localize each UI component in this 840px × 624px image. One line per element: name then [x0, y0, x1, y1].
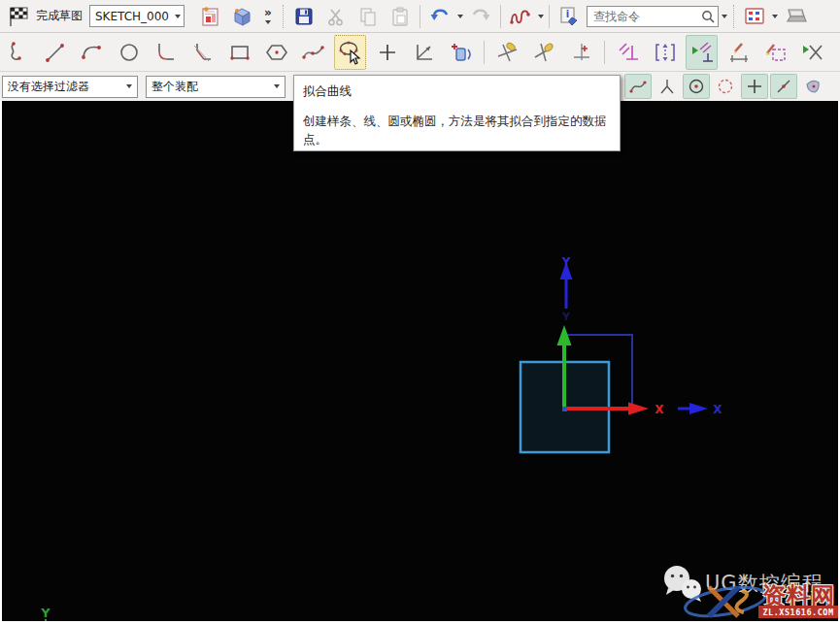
sketch-name-value: SKETCH_000 — [95, 10, 169, 23]
snap-intersection-toggle[interactable] — [741, 74, 768, 99]
circle-tool-button[interactable] — [113, 35, 145, 70]
window-icon — [743, 6, 766, 27]
rapid-dimension-button[interactable] — [686, 35, 718, 70]
paste-icon — [389, 6, 411, 27]
snap-quadrant-icon — [716, 77, 735, 96]
chevron-down-icon — [274, 84, 280, 88]
tooltip-title: 拟合曲线 — [303, 83, 611, 100]
tooltip-body-line2: 点。 — [303, 132, 327, 147]
sketch-sheet-icon — [198, 5, 221, 28]
curve-tool-button[interactable] — [506, 2, 535, 31]
checkered-flag-icon — [7, 6, 30, 27]
separator — [733, 5, 734, 28]
point-tool-button[interactable] — [371, 35, 403, 70]
linear-dimension-button[interactable] — [722, 35, 755, 70]
make-corner-tool-button[interactable] — [565, 35, 597, 70]
quick-trim-tool-button[interactable] — [491, 35, 523, 70]
scissors-icon — [325, 6, 347, 27]
no-inferred-constraints-button[interactable] — [833, 35, 840, 70]
save-icon — [293, 6, 315, 27]
studio-spline-tool-button[interactable] — [297, 35, 329, 70]
window-layout-button[interactable] — [740, 2, 769, 31]
selection-filter-combobox[interactable]: 没有选择过滤器 — [2, 76, 138, 98]
snap-point-group — [624, 74, 840, 99]
inner-y-axis-label: Y — [561, 311, 571, 323]
redo-button[interactable] — [466, 2, 495, 31]
snap-midpoint-toggle[interactable] — [654, 74, 681, 99]
parallel-perpendicular-icon — [616, 40, 641, 65]
project-curve-tool-button[interactable] — [445, 35, 477, 70]
window-dropdown-arrow[interactable] — [772, 15, 778, 18]
rectangle-tool-button[interactable] — [223, 35, 255, 70]
laptop-button[interactable] — [781, 2, 810, 31]
snap-spline-icon — [628, 77, 648, 96]
laptop-icon — [783, 6, 808, 27]
undo-button[interactable] — [425, 2, 454, 31]
separator — [420, 5, 420, 28]
main-toolbar: 完成草图 SKETCH_000 » — [0, 0, 840, 33]
snap-spline-point-toggle[interactable] — [624, 74, 652, 99]
sketch-sheet-button[interactable] — [195, 2, 224, 31]
finish-sketch-button[interactable] — [4, 2, 33, 31]
offset-curve-icon — [412, 40, 437, 65]
offset-curve-tool-button[interactable] — [408, 35, 440, 70]
copy-button[interactable] — [353, 2, 383, 31]
search-dropdown-arrow[interactable] — [722, 15, 727, 18]
profile-tool-button[interactable] — [2, 35, 34, 70]
auto-constraints-button[interactable] — [649, 35, 681, 70]
sketch-x-axis-label: X — [655, 403, 664, 416]
sketch-x-arrowhead — [628, 403, 649, 415]
snap-quadrant-toggle[interactable] — [712, 74, 739, 99]
save-button[interactable] — [289, 2, 319, 31]
snap-center-icon — [687, 77, 706, 96]
line-tool-button[interactable] — [39, 35, 71, 70]
model-cube-button[interactable] — [227, 2, 256, 31]
info-clipboard-icon: i — [557, 5, 581, 28]
cut-button[interactable] — [321, 2, 351, 31]
make-corner-icon — [569, 40, 594, 65]
undo-dropdown-arrow[interactable] — [457, 15, 463, 18]
quick-extend-tool-button[interactable] — [528, 35, 560, 70]
scope-filter-combobox[interactable]: 整个装配 — [146, 76, 286, 98]
linear-dimension-icon — [726, 40, 752, 65]
geometric-constraints-button[interactable] — [612, 35, 644, 70]
fillet-icon — [153, 40, 179, 65]
polygon-tool-button[interactable] — [260, 35, 292, 70]
overflow-chevron: » — [264, 8, 272, 17]
point-icon — [375, 40, 400, 65]
paste-button[interactable] — [386, 2, 415, 31]
snap-midpoint-icon — [657, 77, 677, 96]
project-curve-icon — [449, 40, 474, 65]
chevron-down-icon — [175, 15, 181, 18]
quick-trim-icon — [495, 40, 521, 65]
undo-icon — [428, 6, 452, 27]
arc-tool-button[interactable] — [76, 35, 108, 70]
search-icon — [700, 9, 716, 24]
display-constraints-button[interactable] — [796, 35, 828, 70]
sketch-name-combobox[interactable]: SKETCH_000 — [89, 5, 185, 27]
fit-curve-tool-button[interactable] — [334, 35, 366, 70]
separator — [283, 5, 284, 28]
corner-y-axis-label: Y — [40, 606, 50, 620]
chevron-down-icon — [126, 84, 132, 88]
arc-icon — [80, 40, 105, 65]
rapid-dimension-icon — [689, 40, 715, 65]
datum-y-axis-label: Y — [561, 255, 571, 269]
fit-curve-icon — [337, 39, 364, 66]
sketch-geometry: Y Y X X Y — [2, 101, 838, 621]
scope-filter-value: 整个装配 — [151, 79, 198, 95]
curve-dropdown-arrow[interactable] — [538, 15, 544, 18]
command-finder-input[interactable] — [587, 6, 719, 27]
info-palette-button[interactable]: i — [554, 2, 584, 31]
snap-center-toggle[interactable] — [683, 74, 710, 99]
origin-point[interactable] — [562, 407, 567, 411]
snap-point-on-curve-toggle[interactable] — [770, 74, 797, 99]
chamfer-tool-button[interactable] — [186, 35, 218, 70]
toolbar-overflow-button[interactable]: » — [259, 8, 277, 24]
chamfer-icon — [190, 40, 216, 65]
pattern-dimension-button[interactable] — [759, 35, 791, 70]
snap-face-toggle[interactable] — [799, 74, 826, 99]
graphics-window[interactable]: Y Y X X Y UG数控编程 — [2, 101, 838, 621]
tooltip-fit-curve: 拟合曲线 创建样条、线、圆或椭圆，方法是将其拟合到指定的数据 点。 — [293, 75, 621, 151]
fillet-tool-button[interactable] — [150, 35, 182, 70]
